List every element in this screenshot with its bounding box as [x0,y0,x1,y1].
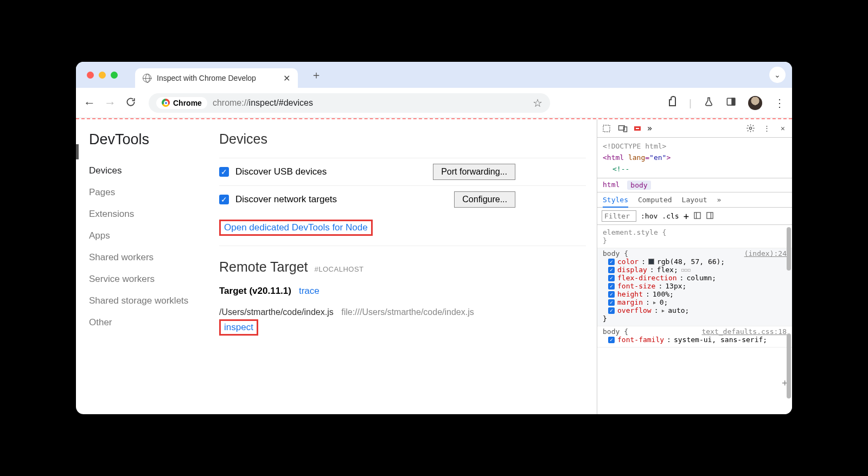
sidebar-item-devices[interactable]: Devices [89,160,219,182]
devtools-title: DevTools [89,131,219,148]
chrome-origin-chip: Chrome [156,97,207,109]
close-window-button[interactable] [87,72,94,79]
target-label: Target [219,286,247,296]
svg-rect-1 [732,98,735,105]
fullscreen-window-button[interactable] [111,72,118,79]
reload-button[interactable] [125,97,137,110]
configure-button[interactable]: Configure... [454,191,515,208]
sidebar-item-pages[interactable]: Pages [89,182,219,203]
window-controls [87,72,118,79]
target-path: /Users/stmarthe/code/index.js [219,307,334,317]
tab-title: Inspect with Chrome Develop [157,74,256,82]
css-property[interactable]: ✓font-size: 13px; [603,282,787,290]
css-property[interactable]: ✓display: flex; ▫▫▫ [603,266,787,274]
property-toggle[interactable]: ✓ [608,299,615,306]
css-property[interactable]: ✓color: rgb(48, 57, 66); [603,258,787,266]
devtools-tabstrip: » ⋮ ✕ [597,119,792,138]
flex-editor-icon[interactable]: ▫▫▫ [681,266,690,274]
device-toolbar-icon[interactable] [618,124,628,133]
discover-network-label: Discover network targets [235,194,337,205]
tab-computed[interactable]: Computed [638,196,672,204]
styles-pane[interactable]: element.style { } body { (index):24 ✓col… [597,225,792,414]
inspect-page: DevTools DevicesPagesExtensionsAppsShare… [76,119,597,414]
styles-tabs: Styles Computed Layout » [597,192,792,208]
settings-gear-icon[interactable] [745,124,755,133]
svg-rect-6 [694,213,700,218]
tabs-overflow-button[interactable]: » [647,124,652,133]
inspect-link[interactable]: inspect [224,322,253,332]
labs-icon[interactable] [704,97,714,110]
sidebar-item-apps[interactable]: Apps [89,225,219,247]
tabstrip-overflow-button[interactable]: ⌄ [769,67,786,83]
inspect-element-icon[interactable] [602,124,611,133]
forward-button[interactable]: → [104,96,116,110]
css-property[interactable]: ✓height: 100%; [603,290,787,298]
sidebar-item-shared-storage-worklets[interactable]: Shared storage worklets [89,290,219,312]
browser-tab[interactable]: Inspect with Chrome Develop ✕ [135,68,298,88]
property-toggle[interactable]: ✓ [608,307,615,314]
discover-usb-label: Discover USB devices [235,166,327,177]
new-tab-button[interactable]: ＋ [311,68,322,82]
property-toggle[interactable]: ✓ [608,291,615,298]
browser-window: Inspect with Chrome Develop ✕ ＋ ⌄ ← → Ch… [76,62,792,414]
color-swatch[interactable] [648,259,654,265]
property-toggle[interactable]: ✓ [608,283,615,290]
devtools-panel: » ⋮ ✕ <!DOCTYPE html> <html lang="en"> <… [597,119,792,414]
property-toggle[interactable]: ✓ [608,259,615,265]
hov-toggle[interactable]: :hov [641,212,658,220]
crumb-html[interactable]: html [603,181,620,190]
port-forwarding-button[interactable]: Port forwarding... [433,164,515,180]
titlebar: Inspect with Chrome Develop ✕ ＋ ⌄ [76,62,792,88]
sidebar-item-extensions[interactable]: Extensions [89,203,219,225]
css-property[interactable]: ✓overflow: ▸ auto; [603,306,787,314]
sidebar-item-shared-workers[interactable]: Shared workers [89,247,219,268]
crumb-body[interactable]: body [627,181,650,190]
divider: | [689,97,692,109]
open-node-devtools-link[interactable]: Open dedicated DevTools for Node [224,222,368,233]
chrome-chip-label: Chrome [173,99,202,107]
devtools-close-button[interactable]: ✕ [778,124,788,133]
property-toggle[interactable]: ✓ [608,267,615,273]
property-toggle[interactable]: ✓ [608,275,615,281]
remote-target-heading: Remote Target [219,259,308,275]
sidebar-active-indicator [76,144,79,159]
devtools-menu-button[interactable]: ⋮ [762,124,771,133]
property-toggle[interactable]: ✓ [608,337,615,343]
styles-filter-input[interactable] [602,210,636,222]
discover-network-checkbox[interactable]: ✓ [219,195,229,204]
dom-tree[interactable]: <!DOCTYPE html> <html lang="en"> <!-- [597,138,792,178]
devtools-sidebar: DevTools DevicesPagesExtensionsAppsShare… [89,131,219,414]
tab-styles[interactable]: Styles [603,196,628,208]
bookmark-star-icon[interactable]: ☆ [533,97,542,110]
side-panel-icon[interactable] [726,97,736,110]
css-property[interactable]: ✓font-family: system-ui, sans-serif; [603,336,787,344]
discover-usb-checkbox[interactable]: ✓ [219,167,229,177]
css-property[interactable]: ✓margin: ▸ 0; [603,298,787,306]
css-property[interactable]: ✓flex-direction: column; [603,274,787,282]
sidebar-item-other[interactable]: Other [89,312,219,333]
tab-close-button[interactable]: ✕ [283,73,290,83]
rule2-source-link[interactable]: text_defaults.css:18 [701,327,787,336]
extensions-icon[interactable] [668,98,677,107]
computed-sidebar-icon[interactable] [693,211,701,221]
sidebar-item-service-workers[interactable]: Service workers [89,268,219,290]
address-bar[interactable]: Chrome chrome://inspect/#devices ☆ [149,93,550,113]
svg-point-5 [749,127,751,129]
profile-avatar[interactable] [748,96,762,110]
devtools-scrollbar[interactable] [786,225,792,414]
back-button[interactable]: ← [84,96,95,110]
rule1-source-link[interactable]: (index):24 [744,249,787,258]
content-area: DevTools DevicesPagesExtensionsAppsShare… [76,118,792,414]
new-style-rule-button[interactable]: + [684,211,689,222]
localhost-tag: #LOCALHOST [315,265,364,273]
browser-menu-button[interactable]: ⋮ [774,97,784,110]
styles-tabs-overflow[interactable]: » [717,196,722,204]
open-node-devtools-highlight: Open dedicated DevTools for Node [219,220,373,236]
tab-layout[interactable]: Layout [682,196,707,204]
minimize-window-button[interactable] [99,72,106,79]
target-version: (v20.11.1) [249,286,291,296]
cls-toggle[interactable]: .cls [662,212,679,220]
trace-link[interactable]: trace [299,286,320,297]
discover-usb-row: ✓ Discover USB devices Port forwarding..… [219,158,586,185]
toggle-sidebar-icon[interactable] [706,211,714,221]
